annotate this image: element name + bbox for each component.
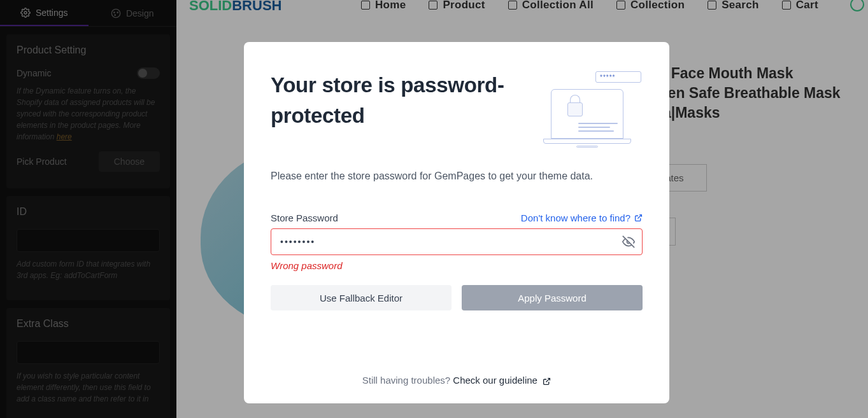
- panel-title: Product Setting: [17, 45, 160, 56]
- svg-point-3: [117, 12, 118, 13]
- panel-extra-class: Extra Class If you wish to style particu…: [6, 308, 170, 418]
- panel-id-title: ID: [17, 206, 160, 218]
- square-icon: [429, 1, 438, 10]
- top-nav: SOLIDBRUSH Home Product Collection All C…: [176, 0, 868, 11]
- tab-settings-label: Settings: [36, 8, 68, 18]
- nav-home[interactable]: Home: [361, 0, 406, 11]
- nav-search[interactable]: Search: [708, 0, 759, 11]
- dynamic-help-text: If the Dynamic feature turns on, the Sho…: [17, 85, 160, 143]
- square-icon: [508, 1, 517, 10]
- id-help-text: Add custom form ID that integrates with …: [17, 258, 160, 281]
- lock-illustration: *****: [541, 70, 643, 153]
- logo: SOLIDBRUSH: [189, 0, 281, 14]
- here-link[interactable]: here: [57, 132, 72, 141]
- nav-items: Home Product Collection All Collection S…: [361, 0, 818, 11]
- svg-point-4: [115, 15, 115, 15]
- modal-description: Please enter the store password for GemP…: [271, 171, 643, 182]
- svg-line-5: [637, 215, 641, 219]
- nav-collection-all[interactable]: Collection All: [508, 0, 594, 11]
- square-icon: [782, 1, 791, 10]
- pick-product-label: Pick Product: [17, 157, 67, 167]
- sidebar: Settings Design Product Setting Dynamic …: [0, 0, 176, 418]
- gear-icon: [20, 8, 31, 18]
- tab-settings[interactable]: Settings: [0, 0, 89, 26]
- id-input[interactable]: [17, 229, 160, 252]
- square-icon: [616, 1, 625, 10]
- svg-point-2: [114, 12, 115, 13]
- extra-class-input[interactable]: [17, 341, 160, 364]
- dynamic-toggle[interactable]: [137, 67, 160, 79]
- sidebar-tabs: Settings Design: [0, 0, 176, 27]
- modal-footer: Still having troubles? Check our guideli…: [271, 375, 643, 386]
- svg-point-1: [111, 9, 120, 17]
- external-link-icon: [634, 214, 643, 222]
- external-link-icon: [543, 377, 551, 386]
- nav-collection[interactable]: Collection: [616, 0, 685, 11]
- extra-class-help-text: If you wish to style particular content …: [17, 370, 160, 405]
- store-password-input[interactable]: [271, 228, 643, 255]
- eye-off-icon[interactable]: [622, 235, 635, 248]
- palette-icon: [111, 8, 121, 18]
- error-message: Wrong password: [271, 260, 643, 271]
- square-icon: [708, 1, 716, 10]
- square-icon: [361, 1, 370, 10]
- apply-password-button[interactable]: Apply Password: [462, 285, 643, 310]
- search-icon[interactable]: [850, 0, 864, 11]
- tab-design-label: Design: [126, 8, 154, 18]
- password-field-label: Store Password: [271, 212, 338, 223]
- choose-button[interactable]: Choose: [99, 151, 160, 172]
- panel-product-setting: Product Setting Dynamic If the Dynamic f…: [6, 34, 170, 188]
- password-box-illustration: *****: [595, 71, 641, 83]
- nav-product[interactable]: Product: [429, 0, 485, 11]
- fallback-editor-button[interactable]: Use Fallback Editor: [271, 285, 452, 310]
- find-password-link[interactable]: Don't know where to find?: [521, 212, 643, 223]
- svg-point-0: [24, 11, 27, 14]
- tab-design[interactable]: Design: [89, 0, 177, 26]
- panel-id: ID Add custom form ID that integrates wi…: [6, 196, 170, 300]
- nav-cart[interactable]: Cart: [782, 0, 818, 11]
- dynamic-label: Dynamic: [17, 68, 51, 78]
- modal-title: Your store is password-protected: [271, 70, 541, 131]
- panel-extra-class-title: Extra Class: [17, 318, 160, 330]
- guideline-link[interactable]: Check our guideline: [453, 375, 551, 386]
- password-modal: Your store is password-protected ***** P…: [244, 42, 669, 403]
- svg-line-7: [546, 378, 550, 382]
